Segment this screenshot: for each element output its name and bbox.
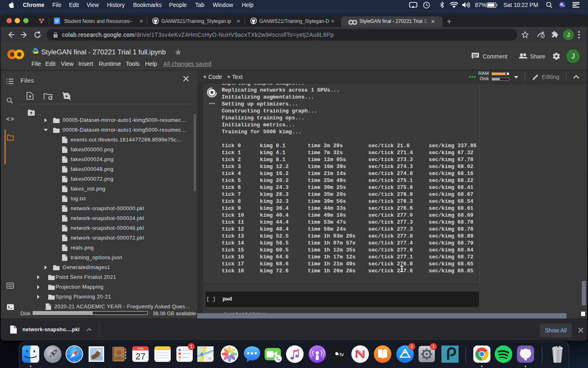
svg-text:FEB: FEB bbox=[138, 347, 144, 350]
svg-text:27: 27 bbox=[136, 351, 145, 361]
svg-text:3D: 3D bbox=[208, 357, 212, 360]
svg-text:tv: tv bbox=[340, 351, 344, 357]
